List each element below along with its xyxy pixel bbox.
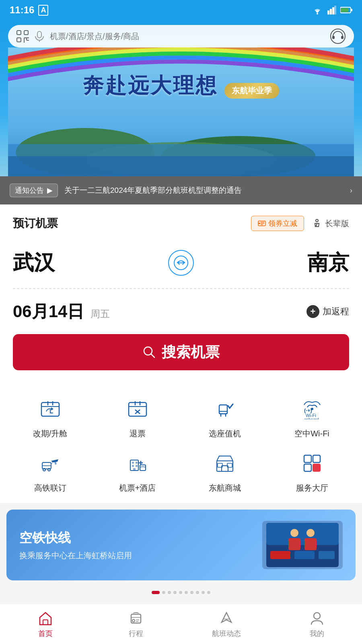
search-flight-label: 搜索机票 [162, 343, 220, 362]
svg-rect-80 [270, 551, 290, 559]
action-flight-hotel[interactable]: 机票+酒店 [94, 449, 181, 493]
action-mall[interactable]: 东航商城 [181, 449, 268, 493]
status-right [311, 6, 352, 14]
svg-marker-39 [51, 407, 53, 411]
nav-flight-status[interactable]: 航班动态 [181, 604, 272, 644]
return-label: 加返程 [323, 305, 349, 318]
svg-rect-58 [132, 462, 134, 464]
action-refund[interactable]: 退票 [94, 394, 181, 439]
svg-rect-2 [330, 9, 332, 14]
svg-rect-10 [24, 31, 28, 35]
svg-rect-40 [129, 402, 146, 416]
scan-icon[interactable] [16, 30, 29, 43]
svg-rect-65 [140, 465, 146, 471]
svg-rect-81 [294, 551, 315, 559]
action-service-hall-label: 服务大厅 [296, 483, 328, 493]
nav-flight-status-label: 航班动态 [212, 629, 241, 638]
svg-rect-18 [332, 36, 335, 39]
promo-banner[interactable]: 空铁快线 换乘服务中心在上海虹桥站启用 [6, 510, 356, 580]
elder-label: 长辈版 [325, 218, 349, 229]
dot-3 [168, 591, 171, 594]
hero-main-text: 奔赴远大理想 [83, 74, 218, 97]
action-reschedule[interactable]: 改期/升舱 [6, 394, 94, 439]
svg-text:(·+): (·+) [304, 407, 312, 413]
action-checkin[interactable]: 选座值机 [181, 394, 268, 439]
notice-text: 关于一二三航2024年夏航季部分航班机型调整的通告 [64, 185, 343, 196]
status-bar: 11:16 A [0, 0, 362, 20]
svg-rect-19 [341, 36, 343, 39]
nav-trips[interactable]: 行程 [90, 604, 181, 644]
search-icon [142, 345, 156, 359]
action-flight-hotel-label: 机票+酒店 [119, 483, 156, 493]
swap-button[interactable] [168, 250, 194, 276]
nav-home[interactable]: 首页 [0, 604, 90, 644]
banner-image-content [266, 523, 339, 567]
svg-point-0 [317, 13, 318, 14]
svg-rect-6 [351, 9, 352, 11]
svg-rect-73 [313, 464, 320, 471]
checkin-icon [214, 398, 235, 419]
elder-icon [312, 219, 322, 228]
action-service-hall[interactable]: 服务大厅 [268, 449, 356, 493]
quick-actions: 改期/升舱 退票 选座值机 [0, 382, 362, 503]
svg-rect-82 [319, 551, 335, 559]
svg-rect-70 [304, 455, 311, 462]
from-city[interactable]: 武汉 [13, 249, 55, 277]
action-wifi[interactable]: (·+) Wi-Fi onboard 空中Wi-Fi [268, 394, 356, 439]
action-refund-label: 退票 [130, 428, 146, 439]
action-train-flight[interactable]: 高铁联订 [6, 449, 94, 493]
signal-icon [327, 6, 336, 14]
svg-point-27 [259, 223, 260, 224]
nav-home-label: 首页 [38, 629, 53, 638]
train-flight-icon [40, 453, 61, 474]
hero-banner: 奔赴远大理想 东航毕业季 [8, 47, 354, 176]
rainbow-svg [8, 47, 354, 176]
mic-icon[interactable] [34, 31, 45, 42]
svg-point-31 [316, 219, 318, 222]
nav-profile[interactable]: 我的 [272, 604, 362, 644]
return-trip-button[interactable]: + 加返程 [306, 305, 349, 318]
action-checkin-label: 选座值机 [209, 428, 241, 439]
svg-rect-8 [17, 31, 21, 35]
return-plus-icon: + [306, 305, 319, 318]
svg-rect-83 [43, 620, 48, 625]
svg-rect-61 [136, 465, 138, 467]
notice-tag: 通知公告 ▶ [10, 184, 58, 197]
date-display[interactable]: 06月14日 周五 [13, 300, 110, 323]
action-reschedule-label: 改期/升舱 [33, 428, 68, 439]
to-city[interactable]: 南京 [307, 249, 349, 277]
svg-rect-9 [17, 38, 21, 42]
svg-line-36 [151, 354, 154, 357]
date-section: 06月14日 周五 + 加返程 [13, 297, 349, 334]
action-mall-label: 东航商城 [209, 483, 241, 493]
banner-subtitle: 换乘服务中心在上海虹桥站启用 [19, 550, 132, 561]
coupon-icon [258, 220, 266, 227]
search-input[interactable] [50, 32, 325, 41]
dot-5 [179, 591, 182, 594]
svg-rect-72 [304, 464, 311, 471]
home-icon [37, 610, 53, 626]
svg-rect-7 [341, 8, 348, 12]
bottom-navigation: 首页 行程 航班动态 我的 [0, 604, 362, 644]
svg-line-32 [316, 223, 317, 227]
dot-10 [207, 591, 210, 594]
dot-7 [190, 591, 193, 594]
svg-rect-44 [219, 405, 227, 414]
svg-rect-71 [313, 455, 320, 462]
svg-rect-75 [266, 523, 339, 545]
svg-point-78 [306, 529, 315, 537]
svg-rect-3 [332, 7, 334, 14]
search-bar[interactable] [8, 25, 354, 47]
elder-mode[interactable]: 长辈版 [312, 218, 349, 229]
nav-trips-label: 行程 [129, 629, 143, 638]
search-flight-button[interactable]: 搜索机票 [13, 334, 349, 370]
svg-rect-77 [288, 538, 300, 550]
booking-coupon[interactable]: 领券立减 [251, 216, 304, 231]
svg-rect-45 [219, 411, 227, 414]
date-weekday: 周五 [90, 308, 110, 320]
hero-badge: 东航毕业季 [224, 83, 279, 99]
dot-8 [196, 591, 199, 594]
customer-service-icon[interactable] [330, 28, 346, 44]
svg-point-51 [311, 408, 313, 410]
notice-bar[interactable]: 通知公告 ▶ 关于一二三航2024年夏航季部分航班机型调整的通告 › [0, 176, 362, 204]
